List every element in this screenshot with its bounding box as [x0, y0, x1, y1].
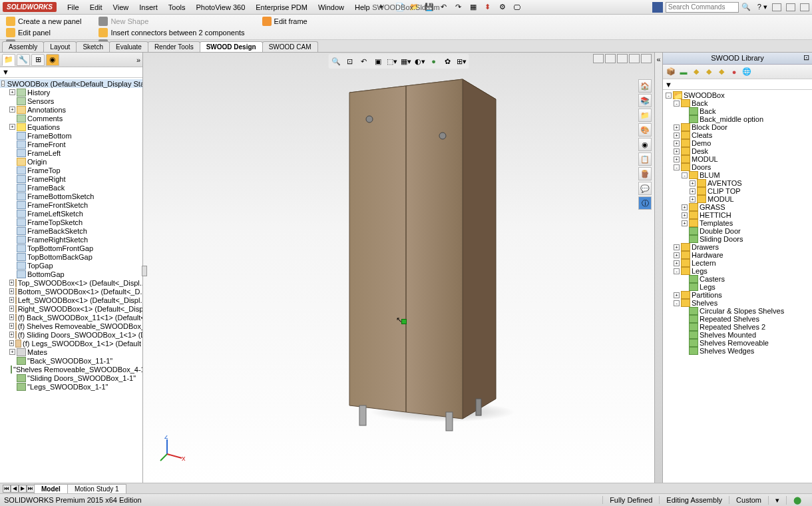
- library-node[interactable]: Repeated Shelves: [663, 315, 812, 323]
- status-units[interactable]: Custom: [729, 496, 768, 504]
- tree-node[interactable]: TopBottomBackGap: [0, 252, 142, 261]
- tree-node[interactable]: +Left_SWOODBox<1> (Default<_Displ...: [0, 296, 142, 304]
- status-rebuild-icon[interactable]: ⬤: [786, 496, 808, 505]
- library-node[interactable]: +Partitions: [663, 291, 812, 299]
- view-triad[interactable]: z x: [159, 435, 186, 462]
- cmd-edit-panel[interactable]: Edit panel: [4, 27, 83, 38]
- expand-icon[interactable]: +: [9, 323, 14, 329]
- panel-splitter[interactable]: [142, 266, 147, 276]
- expand-icon[interactable]: -: [674, 268, 680, 274]
- expand-icon[interactable]: +: [690, 180, 696, 186]
- tree-node[interactable]: +Top_SWOODBox<1> (Default<_Displ...: [0, 278, 142, 287]
- tree-node[interactable]: FrameLeftSketch: [0, 209, 142, 218]
- tree-node[interactable]: FrameBackSketch: [0, 226, 142, 235]
- expand-icon[interactable]: +: [9, 349, 15, 355]
- expand-icon[interactable]: +: [9, 340, 14, 346]
- library-node[interactable]: -Legs: [663, 267, 812, 275]
- canvas-tile-icon[interactable]: [593, 54, 604, 63]
- library-node[interactable]: Circular & Slopes Shelves: [663, 307, 812, 315]
- tree-node[interactable]: "Shelves Removeable_SWOODBox_4-1": [0, 365, 142, 374]
- expand-icon[interactable]: -: [674, 300, 680, 306]
- expand-panel-icon[interactable]: »: [136, 56, 140, 64]
- tree-node[interactable]: FrameTopSketch: [0, 218, 142, 226]
- tree-node[interactable]: FrameBack: [0, 183, 142, 192]
- configuration-tab-icon[interactable]: ⊞: [31, 54, 45, 66]
- design-lib-icon[interactable]: 📚: [638, 94, 652, 107]
- bottom-tab-model[interactable]: Model: [34, 484, 68, 494]
- library-node[interactable]: -Doors: [663, 163, 812, 171]
- tree-node[interactable]: BottomGap: [0, 270, 142, 278]
- library-node[interactable]: +Demo: [663, 139, 812, 147]
- display-manager-tab-icon[interactable]: ◉: [46, 54, 59, 66]
- expand-icon[interactable]: +: [9, 124, 15, 130]
- tab-nav-next[interactable]: ▶: [19, 485, 27, 493]
- search-go-icon[interactable]: 🔍: [741, 3, 751, 11]
- lib-swoodbox3-icon[interactable]: ◆: [716, 67, 727, 77]
- custom-props-icon[interactable]: 📋: [638, 152, 652, 166]
- tab-render-tools[interactable]: Render Tools: [148, 41, 200, 52]
- library-node[interactable]: Sliding Doors: [663, 235, 812, 243]
- menu-tools[interactable]: Tools: [163, 2, 191, 13]
- prev-view-icon[interactable]: ↶: [358, 55, 370, 67]
- library-node[interactable]: +Cleats: [663, 131, 812, 139]
- tab-swood-cam[interactable]: SWOOD CAM: [262, 41, 318, 52]
- library-node[interactable]: Double Door: [663, 227, 812, 235]
- tree-node[interactable]: +Bottom_SWOODBox<1> (Default<_D...: [0, 287, 142, 296]
- expand-icon[interactable]: +: [674, 292, 680, 298]
- library-node[interactable]: Repeated Shelves 2: [663, 323, 812, 331]
- search-commands-input[interactable]: [666, 2, 739, 13]
- undo-icon[interactable]: ↷: [453, 1, 465, 13]
- expand-icon[interactable]: +: [690, 188, 696, 194]
- expand-icon[interactable]: +: [674, 148, 680, 154]
- lib-material-icon[interactable]: ●: [729, 67, 739, 77]
- cmd-edit-frame[interactable]: Edit frame: [260, 16, 309, 27]
- menu-help[interactable]: Help: [349, 2, 375, 13]
- canvas-max-icon[interactable]: [629, 54, 640, 63]
- restore-button[interactable]: [786, 3, 795, 11]
- select-icon[interactable]: ▦: [467, 1, 479, 13]
- library-node[interactable]: -Back: [663, 99, 812, 107]
- appearances-pane-icon[interactable]: ◉: [638, 138, 652, 151]
- canvas-min-icon[interactable]: [617, 54, 628, 63]
- library-node[interactable]: Back_middle option: [663, 115, 812, 123]
- library-node[interactable]: Shelves Mounted: [663, 331, 812, 339]
- library-node[interactable]: Shelves Wedges: [663, 347, 812, 355]
- bottom-tab-motion-study-1[interactable]: Motion Study 1: [67, 484, 126, 494]
- appearance-icon[interactable]: ●: [428, 55, 440, 67]
- options-icon[interactable]: ⚙: [497, 1, 508, 13]
- zoom-fit-icon[interactable]: 🔍: [330, 55, 342, 67]
- tree-node[interactable]: "Sliding Doors_SWOODBox_1-1": [0, 374, 142, 382]
- expand-icon[interactable]: +: [674, 132, 680, 138]
- expand-icon[interactable]: -: [666, 93, 672, 99]
- menu-enterprise-pdm[interactable]: Enterprise PDM: [250, 2, 313, 13]
- tree-node[interactable]: +History: [0, 88, 142, 97]
- view-palette-icon[interactable]: 🎨: [638, 123, 652, 136]
- tree-node[interactable]: FrameBottomSketch: [0, 192, 142, 200]
- expand-icon[interactable]: +: [690, 196, 696, 202]
- tree-node[interactable]: TopGap: [0, 261, 142, 270]
- library-node[interactable]: +MODUL: [663, 195, 812, 203]
- menu-view[interactable]: View: [108, 2, 134, 13]
- tree-node[interactable]: TopBottomFrontGap: [0, 244, 142, 252]
- tree-node[interactable]: +Equations: [0, 123, 142, 131]
- menu-file[interactable]: File: [62, 2, 85, 13]
- menu-photoview-360[interactable]: PhotoView 360: [190, 2, 250, 13]
- tree-node[interactable]: Sensors: [0, 97, 142, 105]
- status-flag-icon[interactable]: ▾: [768, 496, 786, 505]
- menu-edit[interactable]: Edit: [85, 2, 108, 13]
- filter-funnel-icon[interactable]: ▼: [2, 68, 11, 77]
- canvas-close-icon[interactable]: [641, 54, 652, 63]
- expand-icon[interactable]: -: [674, 101, 680, 107]
- expand-icon[interactable]: +: [674, 140, 680, 146]
- tree-node[interactable]: FrameBottom: [0, 131, 142, 140]
- library-node[interactable]: Legs: [663, 283, 812, 291]
- expand-icon[interactable]: +: [9, 280, 14, 286]
- scene-icon[interactable]: ✿: [442, 55, 454, 67]
- tab-layout[interactable]: Layout: [43, 41, 77, 52]
- cabinet-model[interactable]: [329, 73, 509, 432]
- expand-icon[interactable]: +: [674, 125, 680, 130]
- swood-pane-icon[interactable]: 🪵: [638, 167, 652, 180]
- library-collapse-handle[interactable]: «: [654, 53, 662, 489]
- expand-icon[interactable]: +: [9, 288, 14, 294]
- tab-nav-first[interactable]: ⏮: [3, 485, 11, 493]
